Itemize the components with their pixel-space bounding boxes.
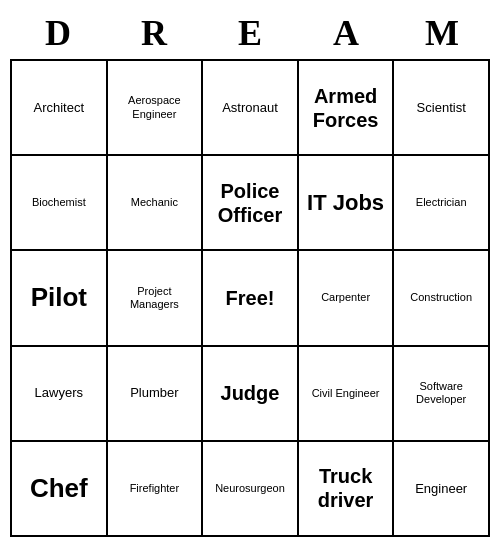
bingo-cell: Judge: [203, 347, 299, 442]
header-letter: R: [106, 12, 202, 54]
header-letter: D: [10, 12, 106, 54]
cell-label: Carpenter: [321, 291, 370, 304]
cell-label: Pilot: [31, 282, 87, 313]
bingo-cell: Architect: [12, 61, 108, 156]
bingo-cell: Carpenter: [299, 251, 395, 346]
bingo-cell: Software Developer: [394, 347, 490, 442]
bingo-cell: Astronaut: [203, 61, 299, 156]
bingo-card: DREAM ArchitectAerospace EngineerAstrona…: [10, 7, 490, 537]
bingo-cell: Police Officer: [203, 156, 299, 251]
cell-label: Project Managers: [112, 285, 198, 311]
bingo-cell: Project Managers: [108, 251, 204, 346]
bingo-cell: Neurosurgeon: [203, 442, 299, 537]
cell-label: Aerospace Engineer: [112, 94, 198, 120]
cell-label: Astronaut: [222, 100, 278, 116]
cell-label: Scientist: [417, 100, 466, 116]
bingo-cell: Firefighter: [108, 442, 204, 537]
bingo-cell: Plumber: [108, 347, 204, 442]
bingo-cell: Free!: [203, 251, 299, 346]
bingo-cell: Lawyers: [12, 347, 108, 442]
cell-label: Civil Engineer: [312, 387, 380, 400]
bingo-cell: Armed Forces: [299, 61, 395, 156]
cell-label: Architect: [34, 100, 85, 116]
cell-label: Judge: [221, 381, 280, 405]
bingo-cell: Electrician: [394, 156, 490, 251]
bingo-cell: Pilot: [12, 251, 108, 346]
bingo-cell: Engineer: [394, 442, 490, 537]
cell-label: Lawyers: [35, 385, 83, 401]
cell-label: Truck driver: [303, 464, 389, 512]
bingo-header: DREAM: [10, 7, 490, 59]
cell-label: IT Jobs: [307, 190, 384, 216]
cell-label: Neurosurgeon: [215, 482, 285, 495]
bingo-cell: Civil Engineer: [299, 347, 395, 442]
header-letter: A: [298, 12, 394, 54]
header-letter: M: [394, 12, 490, 54]
cell-label: Armed Forces: [303, 84, 389, 132]
header-letter: E: [202, 12, 298, 54]
cell-label: Mechanic: [131, 196, 178, 209]
bingo-grid: ArchitectAerospace EngineerAstronautArme…: [10, 59, 490, 537]
cell-label: Engineer: [415, 481, 467, 497]
bingo-cell: Aerospace Engineer: [108, 61, 204, 156]
cell-label: Construction: [410, 291, 472, 304]
bingo-cell: Construction: [394, 251, 490, 346]
bingo-cell: Mechanic: [108, 156, 204, 251]
bingo-cell: Scientist: [394, 61, 490, 156]
cell-label: Police Officer: [207, 179, 293, 227]
bingo-cell: Chef: [12, 442, 108, 537]
bingo-cell: Truck driver: [299, 442, 395, 537]
cell-label: Firefighter: [130, 482, 180, 495]
bingo-cell: Biochemist: [12, 156, 108, 251]
cell-label: Free!: [226, 286, 275, 310]
cell-label: Software Developer: [398, 380, 484, 406]
bingo-cell: IT Jobs: [299, 156, 395, 251]
cell-label: Biochemist: [32, 196, 86, 209]
cell-label: Plumber: [130, 385, 178, 401]
cell-label: Chef: [30, 473, 88, 504]
cell-label: Electrician: [416, 196, 467, 209]
